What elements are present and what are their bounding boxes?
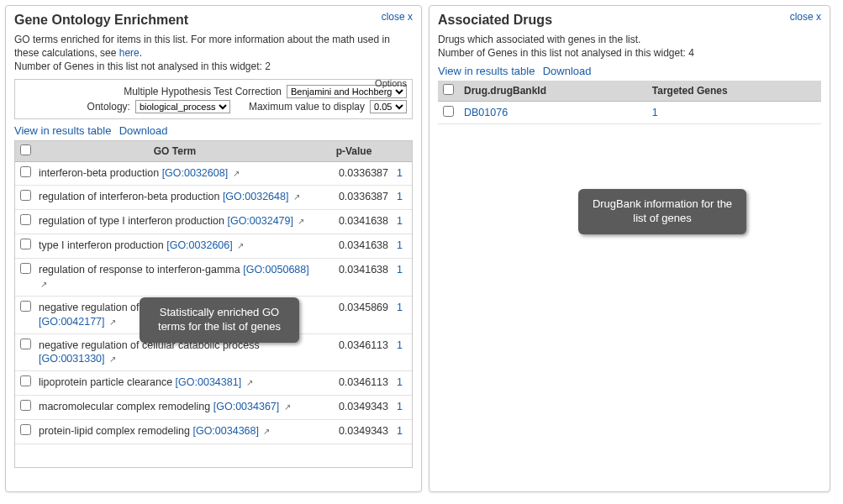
go-term-cell: regulation of response to interferon-gam…	[34, 259, 316, 297]
pvalue-cell: 0.0341638	[316, 259, 392, 297]
row-checkbox[interactable]	[20, 339, 31, 349]
go-id-link[interactable]: [GO:0034367]	[213, 401, 280, 412]
external-link-icon[interactable]: ↗	[298, 216, 304, 228]
pvalue-cell: 0.0349343	[316, 420, 392, 444]
row-checkbox[interactable]	[20, 166, 31, 177]
view-results-link[interactable]: View in results table	[14, 124, 111, 137]
count-link[interactable]: 1	[397, 167, 403, 179]
go-id-link[interactable]: [GO:0050688]	[243, 264, 309, 276]
external-link-icon[interactable]: ↗	[284, 402, 291, 413]
select-all-checkbox[interactable]	[443, 84, 454, 95]
table-row: type I interferon production [GO:0032606…	[15, 234, 412, 259]
row-checkbox[interactable]	[443, 106, 454, 117]
pvalue-cell: 0.0341638	[316, 234, 392, 259]
count-link[interactable]: 1	[397, 376, 403, 388]
options-legend: Options	[375, 78, 407, 88]
count-link[interactable]: 1	[397, 339, 403, 351]
go-id-link[interactable]: [GO:0034381]	[176, 376, 242, 388]
select-all-checkbox[interactable]	[20, 144, 31, 155]
external-link-icon[interactable]: ↗	[293, 192, 300, 203]
count-link[interactable]: 1	[397, 239, 403, 251]
go-term-cell: lipoprotein particle clearance [GO:00343…	[34, 371, 316, 396]
count-link[interactable]: 1	[652, 107, 658, 118]
drug-id-link[interactable]: DB01076	[464, 107, 508, 118]
header-drug-id: Drug.drugBankId	[459, 81, 647, 102]
pvalue-cell: 0.0336387	[316, 161, 392, 186]
pvalue-cell: 0.0336387	[316, 186, 392, 210]
table-row: macromolecular complex remodeling [GO:00…	[15, 396, 412, 420]
not-analysed-text: Number of Genes in this list not analyse…	[14, 60, 271, 72]
download-link[interactable]: Download	[119, 124, 168, 137]
pvalue-cell: 0.0345869	[316, 296, 392, 333]
external-link-icon[interactable]: ↗	[109, 317, 116, 328]
not-analysed-text: Number of Genes in this list not analyse…	[438, 47, 694, 59]
table-row: protein-lipid complex remodeling [GO:003…	[15, 420, 412, 444]
row-checkbox[interactable]	[20, 375, 31, 386]
header-targeted-genes: Targeted Genes	[647, 81, 821, 102]
go-term-cell: protein-lipid complex remodeling [GO:003…	[34, 420, 316, 444]
pvalue-cell: 0.0346113	[316, 333, 392, 371]
external-link-icon[interactable]: ↗	[233, 168, 240, 180]
panel-description: GO terms enriched for items in this list…	[14, 33, 413, 74]
count-link[interactable]: 1	[397, 302, 403, 313]
drug-table: Drug.drugBankId Targeted Genes DB010761	[438, 81, 821, 124]
count-link[interactable]: 1	[397, 191, 403, 202]
go-id-link[interactable]: [GO:0031330]	[39, 353, 105, 365]
row-checkbox[interactable]	[20, 214, 31, 225]
header-pvalue: p-Value	[316, 141, 392, 162]
table-row: lipoprotein particle clearance [GO:00343…	[15, 371, 412, 396]
go-table-scroll[interactable]: GO Term p-Value interferon-beta producti…	[14, 140, 413, 468]
external-link-icon[interactable]: ↗	[40, 279, 47, 291]
count-link[interactable]: 1	[397, 264, 403, 276]
row-checkbox[interactable]	[20, 301, 31, 312]
count-link[interactable]: 1	[397, 215, 403, 227]
count-link[interactable]: 1	[397, 425, 403, 437]
go-id-link[interactable]: [GO:0042177]	[39, 316, 105, 328]
pvalue-cell: 0.0341638	[316, 210, 392, 234]
count-link[interactable]: 1	[397, 401, 403, 412]
ontology-label: Ontology:	[87, 101, 130, 113]
options-box: Options Multiple Hypothesis Test Correct…	[14, 79, 413, 119]
table-row: negative regulation of protein catabolic…	[15, 296, 412, 333]
go-term-cell: type I interferon production [GO:0032606…	[34, 234, 316, 259]
go-id-link[interactable]: [GO:0032606]	[166, 239, 233, 251]
go-term-cell: interferon-beta production [GO:0032608] …	[34, 161, 316, 186]
go-table: GO Term p-Value interferon-beta producti…	[15, 141, 412, 444]
external-link-icon[interactable]: ↗	[263, 426, 270, 438]
external-link-icon[interactable]: ↗	[237, 240, 244, 252]
maxval-select[interactable]: 0.05	[370, 100, 407, 113]
table-row: negative regulation of cellular cataboli…	[15, 333, 412, 371]
go-term-cell: macromolecular complex remodeling [GO:00…	[34, 396, 316, 420]
row-checkbox[interactable]	[20, 239, 31, 249]
math-info-link[interactable]: here	[119, 47, 140, 59]
maxval-label: Maximum value to display	[249, 101, 365, 113]
external-link-icon[interactable]: ↗	[109, 354, 116, 365]
table-row: interferon-beta production [GO:0032608] …	[15, 161, 412, 186]
go-id-link[interactable]: [GO:0032479]	[227, 215, 293, 227]
close-button[interactable]: close x	[790, 11, 821, 23]
row-checkbox[interactable]	[20, 400, 31, 411]
go-id-link[interactable]: [GO:0032608]	[162, 167, 229, 179]
panel-title: Gene Ontology Enrichment	[14, 13, 413, 28]
external-link-icon[interactable]: ↗	[246, 377, 253, 389]
go-term-cell: regulation of interferon-beta production…	[34, 186, 316, 210]
row-checkbox[interactable]	[20, 424, 31, 435]
go-id-link[interactable]: [GO:0032648]	[223, 191, 289, 202]
close-button[interactable]: close x	[382, 11, 413, 23]
row-checkbox[interactable]	[20, 190, 31, 201]
table-row: regulation of interferon-beta production…	[15, 186, 412, 210]
table-row: regulation of type I interferon producti…	[15, 210, 412, 234]
panel-description: Drugs which associated with genes in the…	[438, 33, 821, 60]
pvalue-cell: 0.0346113	[316, 371, 392, 396]
go-term-cell: negative regulation of cellular cataboli…	[34, 333, 316, 371]
ontology-select[interactable]: biological_process	[135, 100, 230, 113]
go-id-link[interactable]: [GO:0034368]	[192, 425, 259, 437]
view-results-link[interactable]: View in results table	[438, 65, 535, 77]
row-checkbox[interactable]	[20, 263, 31, 274]
associated-drugs-panel: close x Associated Drugs Drugs which ass…	[429, 5, 830, 492]
download-link[interactable]: Download	[543, 65, 592, 77]
header-go-term: GO Term	[34, 141, 316, 162]
go-enrichment-panel: close x Gene Ontology Enrichment GO term…	[5, 5, 422, 492]
panel-title: Associated Drugs	[438, 13, 821, 28]
go-term-cell: regulation of type I interferon producti…	[34, 210, 316, 234]
